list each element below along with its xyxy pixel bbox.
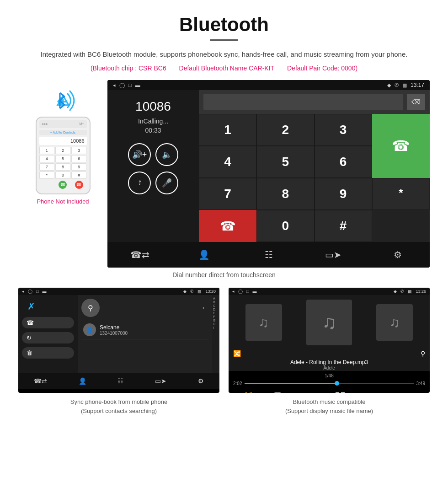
car-nav-contacts-button[interactable]: 👤 bbox=[193, 247, 216, 263]
music-list-button[interactable]: ☰ bbox=[274, 391, 281, 393]
contact-number: 13241007000 bbox=[100, 331, 128, 336]
pb-nav-calls[interactable]: ☎⇄ bbox=[34, 376, 47, 386]
phone-mockup: ●●●M+ + Add to Contacts 10086 1 2 3 4 5 … bbox=[36, 117, 91, 194]
music-status-bar: ◂◯□▬ ◆✆▩ 13:26 bbox=[229, 288, 430, 295]
phonebook-right-status: ◆✆▩ 13:20 bbox=[183, 289, 216, 294]
car-call-content: 10086 InCalling... 00:33 🔊+ 🔈 ⤴ 🎤 bbox=[107, 90, 430, 242]
dialpad-key-1[interactable]: 1 bbox=[199, 114, 256, 146]
phone-keypad: 1 2 3 4 5 6 7 8 9 * 0 # bbox=[39, 147, 87, 179]
alpha-b[interactable]: B bbox=[213, 300, 219, 304]
sync-icon: ↻ bbox=[27, 334, 32, 341]
music-eq-button[interactable]: ▩▩ bbox=[400, 391, 415, 393]
volume-up-button[interactable]: 🔊+ bbox=[128, 143, 151, 166]
trash-icon: 🗑 bbox=[27, 349, 32, 356]
music-caption-line1: Bluetooth music compatible bbox=[229, 397, 430, 407]
music-info: Adele - Rolling In the Deep.mp3 Adele bbox=[233, 359, 425, 370]
alpha-i[interactable]: I bbox=[213, 326, 219, 329]
phonebook-status-bar: ◂◯□▬ ◆✆▩ 13:20 bbox=[18, 288, 219, 295]
music-progress-fill bbox=[245, 383, 337, 384]
dialpad-key-6[interactable]: 6 bbox=[315, 146, 372, 178]
dialpad-backspace-button[interactable]: ⌫ bbox=[407, 94, 425, 110]
phonebook-sync-button[interactable]: ↻ bbox=[22, 332, 74, 343]
alpha-h[interactable]: H bbox=[213, 322, 219, 326]
phone-key-8: 8 bbox=[55, 163, 70, 171]
phone-key-1: 1 bbox=[39, 147, 54, 154]
car-right-status: ◆ ✆ ▩ 13:17 bbox=[387, 82, 424, 88]
volume-down-button[interactable]: 🔈 bbox=[155, 143, 178, 166]
dialpad-key-2[interactable]: 2 bbox=[256, 114, 314, 146]
dialpad-end-call-button[interactable]: ☎ bbox=[199, 210, 256, 242]
dialpad-key-4[interactable]: 4 bbox=[199, 146, 256, 178]
dialpad-key-0[interactable]: 0 bbox=[256, 210, 314, 242]
microphone-button[interactable]: 🎤 bbox=[155, 172, 178, 194]
car-control-buttons: 🔊+ 🔈 bbox=[117, 143, 190, 166]
dialpad-call-green-button[interactable]: ☎ bbox=[372, 114, 430, 178]
dialpad-key-asterisk[interactable]: * bbox=[372, 178, 430, 210]
alphabet-bar: A B C D E F G H I bbox=[212, 295, 219, 373]
contact-item[interactable]: 👤 Seicane 13241007000 bbox=[81, 321, 208, 339]
bottom-section: ◂◯□▬ ◆✆▩ 13:20 ✗ ☎ bbox=[18, 288, 430, 415]
spec2: Default Bluetooth Name CAR-KIT bbox=[179, 64, 275, 72]
search-button[interactable]: ⚲ bbox=[81, 299, 100, 317]
dialpad-key-7[interactable]: 7 bbox=[199, 178, 256, 210]
alpha-e[interactable]: E bbox=[213, 311, 219, 315]
alpha-g[interactable]: G bbox=[213, 319, 219, 322]
dialpad-key-hash[interactable]: # bbox=[315, 210, 372, 242]
shuffle-icon[interactable]: 🔀 bbox=[233, 350, 241, 357]
phonebook-caption-line1: Sync phone-book from mobile phone bbox=[18, 397, 219, 407]
home-icon: ◯ bbox=[119, 82, 125, 88]
car-call-timer: 00:33 bbox=[117, 127, 190, 134]
music-next-button[interactable]: ▶▶ bbox=[366, 391, 379, 393]
music-prev-button[interactable]: ◀◀ bbox=[302, 391, 315, 393]
album-art-right: ♫ bbox=[376, 304, 413, 341]
car-status-bar: ◂ ◯ □ ▬ ◆ ✆ ▩ 13:17 bbox=[107, 80, 430, 90]
car-bottom-nav: ☎⇄ 👤 ☷ ▭➤ ⚙ bbox=[107, 242, 430, 268]
car-nav-dialpad-button[interactable]: ☷ bbox=[257, 247, 280, 263]
car-nav-calls-button[interactable]: ☎⇄ bbox=[128, 247, 151, 263]
music-total-time: 3:49 bbox=[416, 381, 425, 386]
phone-illustration: ⬧ ⨹ ●●●M+ + Add to Contacts 10086 1 bbox=[18, 80, 107, 205]
phonebook-card: ◂◯□▬ ◆✆▩ 13:20 ✗ ☎ bbox=[18, 288, 219, 415]
car-call-number: 10086 bbox=[117, 99, 190, 114]
phonebook-delete-button[interactable]: 🗑 bbox=[22, 347, 74, 359]
dialpad-key-9[interactable]: 9 bbox=[315, 178, 372, 210]
location-icon: ◆ bbox=[387, 82, 391, 88]
music-folder-button[interactable]: 📁 bbox=[243, 391, 253, 393]
pb-nav-transfer[interactable]: ▭➤ bbox=[155, 376, 166, 386]
spec1: (Bluetooth chip : CSR BC6 bbox=[91, 64, 166, 72]
contact-avatar: 👤 bbox=[83, 323, 96, 336]
music-caption-line2: (Support display music file name) bbox=[229, 407, 430, 416]
dialpad-input-field[interactable] bbox=[203, 94, 403, 110]
page-description: Integrated with BC6 Bluetooth module, su… bbox=[18, 49, 430, 60]
phone-signal-icon: ✆ bbox=[395, 82, 399, 88]
music-right-status: ◆✆▩ 13:26 bbox=[394, 289, 426, 294]
dialpad-key-3[interactable]: 3 bbox=[315, 114, 372, 146]
phone-not-included-label: Phone Not Included bbox=[37, 198, 89, 205]
search-row: ⚲ ← bbox=[81, 299, 208, 317]
spec3: Default Pair Code: 0000) bbox=[287, 64, 357, 72]
alpha-a[interactable]: A bbox=[213, 297, 219, 300]
car-call-info: 10086 InCalling... 00:33 🔊+ 🔈 ⤴ 🎤 bbox=[107, 90, 199, 242]
car-nav-settings-button[interactable]: ⚙ bbox=[386, 247, 409, 263]
pb-nav-dialpad[interactable]: ☷ bbox=[117, 376, 123, 386]
alpha-f[interactable]: F bbox=[213, 315, 219, 318]
title-divider bbox=[210, 39, 238, 41]
phonebook-call-button[interactable]: ☎ bbox=[22, 317, 74, 328]
dialpad-key-5[interactable]: 5 bbox=[256, 146, 314, 178]
dial-caption: Dial number direct from touchscreen bbox=[18, 271, 430, 279]
alpha-d[interactable]: D bbox=[213, 308, 219, 311]
dialpad-key-8[interactable]: 8 bbox=[256, 178, 314, 210]
contact-info: Seicane 13241007000 bbox=[100, 324, 128, 336]
phone-key-9: 9 bbox=[71, 163, 86, 171]
contact-name: Seicane bbox=[100, 324, 128, 331]
search-music-icon[interactable]: ⚲ bbox=[421, 350, 425, 357]
music-play-button[interactable]: ▮▮ bbox=[335, 390, 346, 393]
back-arrow-button[interactable]: ← bbox=[201, 304, 208, 312]
pb-nav-settings[interactable]: ⚙ bbox=[198, 376, 204, 386]
music-progress-bar[interactable] bbox=[245, 383, 413, 384]
menu-icon: ▬ bbox=[135, 82, 140, 88]
alpha-c[interactable]: C bbox=[213, 304, 219, 307]
transfer-button[interactable]: ⤴ bbox=[128, 172, 151, 194]
car-nav-transfer-button[interactable]: ▭➤ bbox=[322, 247, 345, 263]
pb-nav-contacts[interactable]: 👤 bbox=[79, 376, 86, 386]
